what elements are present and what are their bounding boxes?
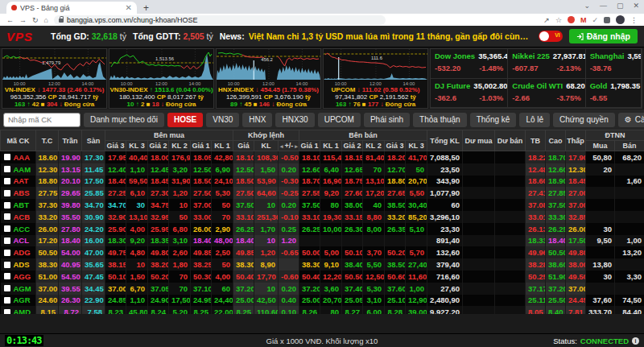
new-tab-button[interactable]: + xyxy=(143,2,149,14)
price-cell[interactable]: 24.45 xyxy=(566,295,586,307)
price-cell[interactable] xyxy=(385,235,406,247)
price-cell[interactable]: 8.05 xyxy=(526,306,546,314)
price-cell[interactable] xyxy=(463,211,495,223)
price-cell[interactable]: 3,70 xyxy=(363,246,385,258)
price-cell[interactable] xyxy=(463,223,495,235)
price-cell[interactable] xyxy=(615,163,644,176)
price-cell[interactable]: 32.95 xyxy=(148,211,169,223)
price-cell[interactable]: 18.90 xyxy=(546,176,566,188)
ticker-cell[interactable]: AAM xyxy=(1,163,36,176)
price-cell[interactable]: 51.00 xyxy=(36,271,59,283)
price-cell[interactable] xyxy=(463,295,495,307)
price-cell[interactable]: 22,00 xyxy=(212,306,233,314)
language-toggle[interactable]: VI xyxy=(539,31,563,42)
ticker-symbol[interactable]: AGM xyxy=(14,284,31,293)
index-panel-hnx[interactable]: 456.2 10:00 12:00 14:00 HNX-INDEX ↓ 454.… xyxy=(216,48,321,109)
price-cell[interactable]: 18.80 xyxy=(36,176,59,188)
price-cell[interactable]: 1,50 xyxy=(254,163,279,176)
price-cell[interactable] xyxy=(495,151,526,163)
price-cell[interactable]: 47.45 xyxy=(82,271,105,283)
price-cell[interactable] xyxy=(463,187,495,199)
price-cell[interactable]: 18.70 xyxy=(299,176,320,188)
price-cell[interactable]: 49.85 xyxy=(191,246,212,258)
price-cell[interactable]: 42,80 xyxy=(212,151,233,163)
price-cell[interactable]: 5,70 xyxy=(406,246,427,258)
price-cell[interactable]: 37.30 xyxy=(36,199,59,211)
row-checkbox[interactable] xyxy=(4,213,10,220)
price-cell[interactable]: 176,90 xyxy=(169,151,191,163)
price-cell[interactable]: 12.70 xyxy=(385,163,406,176)
price-cell[interactable]: 9,10 xyxy=(320,258,342,271)
price-cell[interactable]: 50.40 xyxy=(299,271,320,283)
url-text[interactable]: banggia.vps.com.vn/chung-khoan/HOSE xyxy=(67,16,198,24)
price-cell[interactable]: 48,00 xyxy=(212,235,233,247)
price-cell[interactable]: -0.25 xyxy=(279,187,299,199)
price-cell[interactable]: 2,60 xyxy=(169,246,191,258)
price-cell[interactable] xyxy=(586,246,615,258)
price-cell[interactable]: 8,00 xyxy=(363,223,385,235)
price-cell[interactable]: 27,60 xyxy=(427,283,463,295)
price-cell[interactable]: 1,60 xyxy=(615,176,644,188)
price-cell[interactable] xyxy=(615,211,644,223)
price-cell[interactable]: 38.00 xyxy=(342,199,363,211)
price-cell[interactable]: 0.25 xyxy=(279,223,299,235)
table-row[interactable]: ADG50.5054.0047.0049.754,8049.802,6049.8… xyxy=(1,246,644,258)
price-cell[interactable]: 18.35 xyxy=(148,235,169,247)
price-cell[interactable]: 18.60 xyxy=(526,176,546,188)
ticker-symbol[interactable]: AAM xyxy=(14,165,31,174)
price-cell[interactable]: 26.35 xyxy=(385,223,406,235)
price-cell[interactable]: 80 xyxy=(320,306,342,314)
price-cell[interactable]: 12,20 xyxy=(320,271,342,283)
price-cell[interactable]: 18.30 xyxy=(105,235,126,247)
price-cell[interactable]: 13,10 xyxy=(363,176,385,188)
ticker-symbol[interactable]: AMD xyxy=(14,308,31,314)
price-cell[interactable]: 39.80 xyxy=(59,199,82,211)
price-cell[interactable]: 17.50 xyxy=(566,235,586,247)
price-cell[interactable]: 6,10 xyxy=(126,187,148,199)
ticker-symbol[interactable]: ACL xyxy=(14,236,30,245)
price-cell[interactable]: 12,50 xyxy=(363,271,385,283)
table-row[interactable]: ACL17.2018.4016.0018.309,2018.353,1018.4… xyxy=(1,235,644,247)
price-cell[interactable]: 50.00 xyxy=(299,246,320,258)
price-cell[interactable]: 12.30 xyxy=(36,163,59,176)
price-cell[interactable]: 26.25 xyxy=(233,223,254,235)
price-cell[interactable]: 49.80 xyxy=(148,246,169,258)
price-cell[interactable] xyxy=(615,187,644,199)
price-cell[interactable]: 37.05 xyxy=(148,283,169,295)
price-cell[interactable]: 25.10 xyxy=(385,295,406,307)
price-cell[interactable]: 41,70 xyxy=(406,151,427,163)
price-cell[interactable]: 6,70 xyxy=(126,283,148,295)
price-cell[interactable]: 18.40 xyxy=(105,176,126,188)
price-cell[interactable]: 50 xyxy=(212,199,233,211)
price-cell[interactable]: 18.40 xyxy=(546,235,566,247)
price-cell[interactable]: 39.55 xyxy=(59,283,82,295)
price-cell[interactable] xyxy=(363,235,385,247)
price-cell[interactable]: 50.50 xyxy=(546,246,566,258)
row-checkbox[interactable] xyxy=(4,178,10,184)
price-cell[interactable]: 1,70 xyxy=(254,223,279,235)
price-cell[interactable]: 18.50 xyxy=(191,176,212,188)
price-cell[interactable]: 23,30 xyxy=(427,223,463,235)
price-cell[interactable]: 5,30 xyxy=(363,283,385,295)
price-cell[interactable]: 6,00 xyxy=(363,306,385,314)
price-cell[interactable]: 17.50 xyxy=(82,176,105,188)
price-cell[interactable]: 20 xyxy=(586,163,615,176)
price-cell[interactable]: 343,90 xyxy=(427,176,463,188)
price-cell[interactable]: 81,40 xyxy=(363,151,385,163)
price-cell[interactable]: 50 xyxy=(169,211,191,223)
price-cell[interactable]: 49.80 xyxy=(566,246,586,258)
price-cell[interactable]: 27.65 xyxy=(385,187,406,199)
price-cell[interactable]: 47.00 xyxy=(82,246,105,258)
price-cell[interactable]: 5,50 xyxy=(363,258,385,271)
ticker-symbol[interactable]: AGR xyxy=(14,295,31,304)
price-cell[interactable]: 50 xyxy=(212,258,233,271)
price-cell[interactable]: 18.50 xyxy=(233,176,254,188)
price-cell[interactable]: 49.96 xyxy=(526,246,546,258)
price-cell[interactable]: 7,088,50 xyxy=(427,151,463,163)
price-cell[interactable]: 1,80 xyxy=(169,258,191,271)
price-cell[interactable]: 18.40 xyxy=(59,235,82,247)
price-cell[interactable] xyxy=(495,246,526,258)
price-cell[interactable]: 37.00 xyxy=(36,283,59,295)
price-cell[interactable]: 17.20 xyxy=(36,235,59,247)
price-cell[interactable] xyxy=(495,211,526,223)
